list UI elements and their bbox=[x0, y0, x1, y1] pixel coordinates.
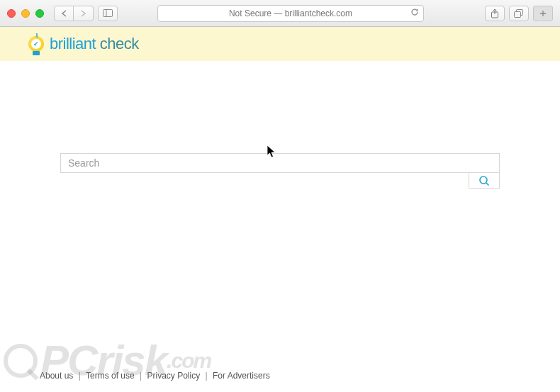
window-controls bbox=[7, 9, 44, 18]
brand-logo-icon: / | \ ✓ bbox=[28, 36, 44, 52]
footer-about-link[interactable]: About us bbox=[40, 371, 73, 381]
tabs-button[interactable] bbox=[509, 6, 529, 21]
footer-advertisers-link[interactable]: For Advertisers bbox=[213, 371, 270, 381]
footer-links: About us | Terms of use | Privacy Policy… bbox=[40, 371, 270, 381]
watermark-suffix: .com bbox=[167, 349, 211, 373]
back-button[interactable] bbox=[54, 6, 74, 21]
svg-rect-4 bbox=[515, 11, 521, 17]
minimize-window-button[interactable] bbox=[21, 9, 30, 18]
zoom-window-button[interactable] bbox=[35, 9, 44, 18]
search-button[interactable] bbox=[469, 173, 500, 189]
search-container bbox=[60, 153, 500, 173]
reload-icon[interactable] bbox=[410, 8, 419, 18]
brand-name: brilliant check bbox=[50, 35, 139, 53]
separator: | bbox=[79, 371, 81, 381]
new-tab-button[interactable] bbox=[533, 6, 553, 21]
search-icon bbox=[478, 175, 490, 186]
address-text: Not Secure — brilliantcheck.com bbox=[229, 9, 352, 18]
brand-word-1: brilliant bbox=[50, 35, 100, 52]
browser-toolbar: Not Secure — brilliantcheck.com bbox=[0, 0, 560, 27]
close-window-button[interactable] bbox=[7, 9, 16, 18]
footer-privacy-link[interactable]: Privacy Policy bbox=[147, 371, 200, 381]
watermark-magnifier-icon bbox=[4, 344, 38, 378]
nav-buttons bbox=[54, 6, 94, 21]
sidebar-button[interactable] bbox=[98, 6, 118, 21]
brand-header: / | \ ✓ brilliant check bbox=[0, 27, 560, 61]
separator: | bbox=[206, 371, 208, 381]
toolbar-right bbox=[485, 6, 553, 21]
svg-line-6 bbox=[486, 183, 489, 186]
brand-word-2: check bbox=[100, 35, 139, 52]
svg-rect-0 bbox=[103, 10, 113, 17]
forward-button[interactable] bbox=[74, 6, 94, 21]
share-button[interactable] bbox=[485, 6, 505, 21]
separator: | bbox=[140, 371, 142, 381]
address-bar[interactable]: Not Secure — brilliantcheck.com bbox=[157, 5, 424, 22]
svg-point-5 bbox=[480, 177, 487, 184]
footer-terms-link[interactable]: Terms of use bbox=[86, 371, 135, 381]
search-input[interactable] bbox=[60, 153, 500, 173]
page-content: / | \ ✓ brilliant check About us | Terms… bbox=[0, 27, 560, 392]
